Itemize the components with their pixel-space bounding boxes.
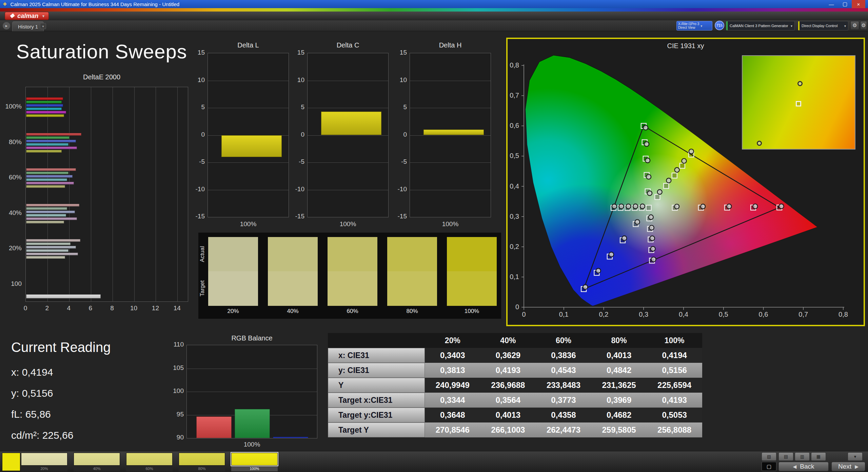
gridline — [410, 108, 491, 108]
next-options-button[interactable]: ▾ — [848, 452, 863, 461]
axis-tick-label: 8 — [105, 304, 119, 312]
calman-logo-icon: ❖ — [9, 12, 15, 20]
axis-tick-label: 60% — [0, 174, 22, 181]
tab-history-1[interactable]: History 1 — [12, 21, 44, 31]
table-cell: 231,3625 — [591, 378, 647, 393]
axis-tick-label: -15 — [285, 213, 304, 220]
settings-gear-button[interactable]: ⚙ — [850, 21, 859, 30]
deltae-bar — [26, 185, 65, 188]
layout-tool-button[interactable]: ▤ — [778, 452, 793, 461]
axis-tick-label: 15 — [186, 49, 205, 56]
table-cell: 0,3813 — [425, 363, 480, 378]
axis-tick-label: 15 — [388, 49, 407, 56]
workflow-settings-button[interactable]: ⚙ — [860, 21, 867, 30]
saturation-swatch-button[interactable] — [21, 453, 67, 466]
swatch-column-label: 100% — [447, 308, 497, 315]
maximize-button[interactable]: ▢ — [838, 0, 852, 8]
pattern-window-button[interactable]: ▢ — [762, 462, 776, 471]
axis-tick-label: 95 — [165, 411, 184, 418]
target-row-label: Target — [198, 271, 206, 306]
measurement-table: 20%40%60%80%100%x: CIE310,34030,36290,38… — [328, 333, 702, 437]
deltae-bar — [26, 253, 78, 255]
pattern-source-label: CalMAN Client 3 Pattern Generator — [730, 24, 789, 28]
deltae-bar — [26, 150, 62, 153]
table-cell: 262,4473 — [536, 422, 591, 437]
current-reading-y: y: 0,5156 — [11, 388, 53, 399]
calman-menu-button[interactable]: ❖ calman ▾ — [5, 12, 49, 20]
table-cell: 0,3629 — [480, 348, 536, 363]
delta_l-bar — [221, 135, 282, 157]
chevron-down-icon: ▾ — [791, 24, 792, 28]
delta-c-category-label: 100% — [307, 220, 389, 228]
pattern-source-selector[interactable]: CalMAN Client 3 Pattern Generator ▾ — [726, 21, 795, 31]
deltae-bar — [26, 249, 68, 252]
table-cell: 0,4543 — [536, 363, 591, 378]
cie-zoom-inset — [742, 55, 855, 150]
saturation-swatch-button[interactable] — [231, 453, 278, 466]
window-controls: — ▢ × — [825, 0, 865, 8]
axis-tick-label: 10 — [186, 76, 205, 84]
close-button[interactable]: × — [852, 0, 865, 8]
deltae-bar — [26, 146, 77, 149]
axis-tick-label: 0,3 — [500, 213, 519, 220]
saturation-swatch-button[interactable] — [126, 453, 173, 466]
table-cell: 0,3969 — [591, 393, 647, 408]
row-label: Y — [328, 378, 425, 393]
tab-scroll-button[interactable]: ▸ — [3, 22, 10, 29]
gridline — [308, 135, 388, 136]
delta-l-category-label: 100% — [208, 220, 289, 228]
deltae-bar — [26, 217, 77, 220]
delta_c-bar — [321, 112, 381, 135]
axis-tick-label: 0,4 — [500, 182, 519, 190]
saturation-swatch-button[interactable] — [179, 453, 225, 466]
tab-bar: ▸ History 1 ▾ X-Rite i1Pro 3 Direct View… — [0, 20, 868, 31]
grid-tool-button[interactable]: ▦ — [811, 452, 826, 461]
tab-menu-button[interactable]: ▾ — [40, 23, 46, 29]
axis-tick-label: 5 — [388, 103, 407, 111]
axis-tick-label: 0,5 — [500, 152, 519, 160]
actual-row-label: Actual — [198, 237, 206, 271]
back-button[interactable]: ◀ Back — [778, 462, 829, 471]
red-balance-bar — [196, 416, 232, 438]
gridline — [187, 369, 317, 369]
saturation-swatch-button[interactable] — [74, 453, 120, 466]
window-title: Calman 2025 Calman Ultimate for Business… — [11, 1, 180, 7]
swatch-column-label: 20% — [208, 308, 258, 315]
measured-marker — [797, 81, 803, 86]
menu-bar: ❖ calman ▾ — [0, 12, 868, 20]
gridline — [134, 87, 135, 301]
table-cell: 0,4193 — [480, 363, 536, 378]
column-header: 20% — [425, 333, 480, 348]
calman-logo-text: calman — [17, 13, 38, 20]
table-cell: 256,8088 — [647, 422, 702, 437]
gridline — [308, 108, 388, 108]
axis-tick-label: 100 — [165, 387, 184, 395]
current-color-swatch — [2, 453, 20, 471]
delta-l-chart-title: Delta L — [208, 41, 289, 49]
target-swatch — [208, 271, 258, 306]
column-header: 60% — [536, 333, 591, 348]
deltae-bar — [26, 140, 76, 142]
blue-balance-bar — [273, 437, 308, 438]
delta_l-chart — [208, 53, 289, 217]
table-cell: 0,4194 — [647, 348, 702, 363]
axis-tick-label: -10 — [186, 185, 205, 193]
display-control-selector[interactable]: Direct Display Control ▾ — [798, 21, 848, 31]
axis-tick-label: 100 — [0, 280, 22, 288]
thumbnail-view-button[interactable]: ▧ — [762, 452, 776, 461]
report-tool-button[interactable]: ▥ — [795, 452, 810, 461]
back-button-label: Back — [800, 463, 814, 470]
gridline — [208, 162, 289, 163]
meter-selector[interactable]: X-Rite i1Pro 3 Direct View ▾ — [676, 21, 712, 31]
deltae-bar — [26, 111, 66, 114]
axis-tick-label: 40% — [0, 209, 22, 217]
axis-tick-label: 110 — [165, 341, 184, 348]
axis-tick-label: 10 — [388, 76, 407, 84]
deltae-bar — [26, 207, 67, 210]
table-cell: 0,5053 — [647, 408, 702, 422]
minimize-button[interactable]: — — [825, 0, 838, 8]
target-swatch — [328, 271, 377, 306]
next-button[interactable]: Next ▶ — [831, 462, 865, 471]
table-cell: 0,3564 — [480, 393, 536, 408]
deltae-bar — [26, 178, 67, 181]
